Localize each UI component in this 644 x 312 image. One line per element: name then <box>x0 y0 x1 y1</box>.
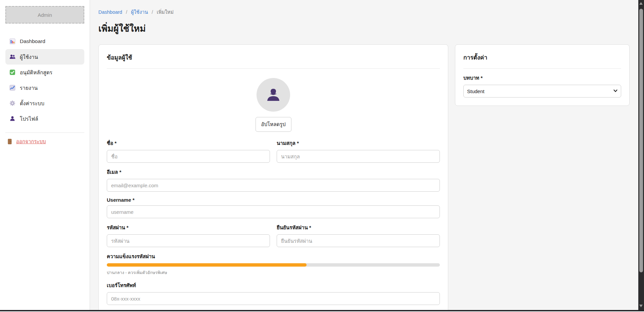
first-name-input[interactable] <box>107 150 270 163</box>
sidebar-item-system-settings[interactable]: ตั้งค่าระบบ <box>5 95 84 111</box>
password-label: รหัสผ่าน * <box>107 224 270 232</box>
breadcrumb-separator: / <box>126 9 127 15</box>
password-strength-fill <box>107 263 307 267</box>
window-bottom-edge-dark <box>0 310 644 311</box>
main-content: Dashboard / ผู้ใช้งาน / เพิ่มใหม่ เพิ่มผ… <box>90 0 638 310</box>
last-name-field-group: นามสกุล * <box>277 134 440 163</box>
password-strength-bar <box>107 263 440 267</box>
phone-label: เบอร์โทรศัพท์ <box>107 281 440 289</box>
role-label: บทบาท * <box>463 74 621 82</box>
door-icon <box>7 139 13 145</box>
last-name-label: นามสกุล * <box>277 139 440 147</box>
avatar <box>257 78 290 112</box>
upload-photo-button[interactable]: อัปโหลดรูป <box>256 117 291 132</box>
sidebar-item-label: ผู้ใช้งาน <box>20 53 38 61</box>
line-chart-icon <box>9 85 15 91</box>
sidebar-item-dashboard[interactable]: Dashboard <box>5 34 84 49</box>
sidebar-item-profile[interactable]: โปรไฟล์ <box>5 111 84 126</box>
email-input[interactable] <box>107 179 440 192</box>
breadcrumb: Dashboard / ผู้ใช้งาน / เพิ่มใหม่ <box>98 8 638 16</box>
logout-link[interactable]: ออกจากระบบ <box>7 138 84 146</box>
sidebar: Admin Dashboard <box>0 0 90 310</box>
confirm-password-input[interactable] <box>277 234 440 247</box>
breadcrumb-separator: / <box>152 9 153 15</box>
person-silhouette-icon <box>265 87 281 103</box>
card-divider <box>107 68 440 69</box>
user-info-card: ข้อมูลผู้ใช้ อัปโหลดรูป ช <box>98 44 448 310</box>
card-divider <box>463 68 621 69</box>
sidebar-item-label: Dashboard <box>20 38 45 44</box>
window-bottom-edge <box>0 310 644 312</box>
settings-card-title: การตั้งค่า <box>463 53 621 62</box>
first-name-field-group: ชื่อ * <box>107 134 270 163</box>
logo-text: Admin <box>38 12 52 18</box>
sidebar-item-label: อนุมัติหลักสูตร <box>20 68 52 77</box>
app-window: Admin Dashboard <box>0 0 644 312</box>
password-field-group: รหัสผ่าน * <box>107 218 270 247</box>
logo-placeholder: Admin <box>5 6 84 24</box>
sidebar-nav: Dashboard ผู้ใช้งาน <box>0 34 90 146</box>
settings-card: การตั้งค่า บทบาท * Student <box>455 44 630 106</box>
username-label: Username * <box>107 197 440 203</box>
confirm-password-field-group: ยืนยันรหัสผ่าน * <box>277 218 440 247</box>
confirm-password-label: ยืนยันรหัสผ่าน * <box>277 224 440 232</box>
scrollbar-thumb[interactable] <box>639 9 643 272</box>
sidebar-divider <box>5 132 84 133</box>
sidebar-item-label: โปรไฟล์ <box>20 115 38 123</box>
page-title: เพิ่มผู้ใช้ใหม่ <box>98 21 638 36</box>
breadcrumb-current: เพิ่มใหม่ <box>157 9 174 15</box>
scroll-down-arrow-icon[interactable] <box>639 305 643 307</box>
sidebar-item-label: รายงาน <box>20 84 38 92</box>
last-name-input[interactable] <box>277 150 440 163</box>
password-strength-hint: ปานกลาง - ควรเพิ่มตัวอักษรพิเศษ <box>107 269 440 276</box>
scroll-up-arrow-icon[interactable] <box>639 2 643 5</box>
user-info-card-title: ข้อมูลผู้ใช้ <box>107 53 440 62</box>
breadcrumb-dashboard-link[interactable]: Dashboard <box>98 9 122 15</box>
breadcrumb-users-link[interactable]: ผู้ใช้งาน <box>131 9 148 15</box>
gear-icon <box>9 100 15 106</box>
sidebar-item-users[interactable]: ผู้ใช้งาน <box>5 49 84 65</box>
password-input[interactable] <box>107 234 270 247</box>
logout-label: ออกจากระบบ <box>16 138 46 146</box>
sidebar-item-label: ตั้งค่าระบบ <box>20 99 44 108</box>
role-select[interactable]: Student <box>463 85 621 98</box>
password-strength-label: ความแข็งแรงรหัสผ่าน <box>107 252 440 261</box>
first-name-label: ชื่อ * <box>107 139 270 147</box>
email-label: อีเมล * <box>107 168 440 176</box>
users-icon <box>9 54 15 60</box>
person-icon <box>9 116 15 122</box>
phone-input[interactable] <box>107 292 440 305</box>
bar-chart-icon <box>9 38 15 44</box>
vertical-scrollbar[interactable] <box>638 0 644 310</box>
check-icon <box>9 69 15 75</box>
sidebar-item-reports[interactable]: รายงาน <box>5 80 84 95</box>
username-input[interactable] <box>107 205 440 218</box>
sidebar-item-course-approval[interactable]: อนุมัติหลักสูตร <box>5 65 84 80</box>
